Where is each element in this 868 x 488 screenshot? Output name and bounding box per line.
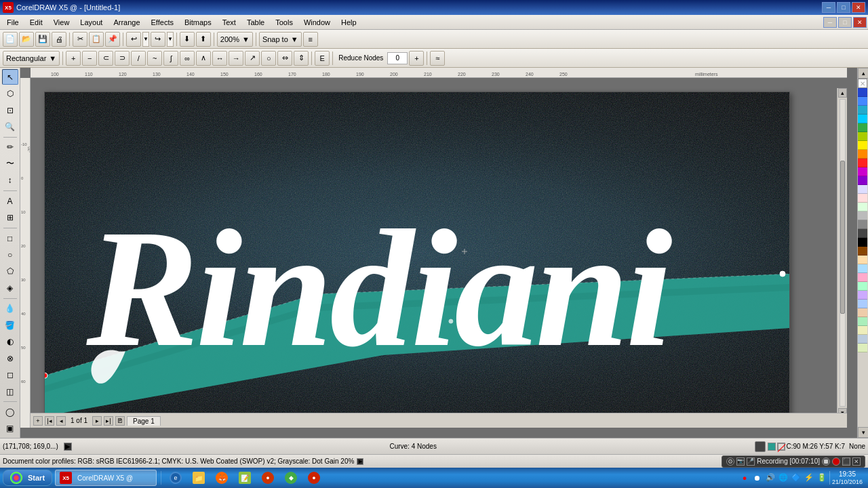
close-curve[interactable]: ○ (261, 51, 276, 66)
rec-mic-btn[interactable]: 🎤 (747, 458, 755, 466)
tray-icon-3[interactable]: 🌐 (778, 472, 789, 483)
explorer-btn[interactable]: 📁 (189, 470, 209, 486)
snap-options[interactable]: ≡ (303, 32, 318, 47)
eyedropper-tool[interactable]: 💧 (2, 301, 18, 317)
reduce-nodes-apply[interactable]: ≈ (430, 51, 445, 66)
swatch-yellow[interactable] (858, 141, 867, 150)
page-last-btn[interactable]: ▸| (104, 416, 113, 426)
design-area[interactable]: .script-text { font-family: Georgia, 'Ti… (44, 92, 790, 417)
coord-expand-btn[interactable]: ▶ (64, 443, 72, 451)
swatch-rose[interactable] (858, 273, 867, 282)
notepad-btn[interactable]: 📝 (235, 470, 255, 486)
rec-screen-btn[interactable]: ⬛ (842, 458, 850, 466)
smooth-node[interactable]: ∫ (163, 51, 178, 66)
import-button[interactable]: ⬇ (180, 32, 195, 47)
rec-camera-btn[interactable]: 📷 (736, 458, 745, 466)
reverse-dir[interactable]: ↔ (212, 51, 227, 66)
swatch-gray[interactable] (858, 220, 867, 229)
table-tool[interactable]: ⊞ (2, 209, 18, 225)
swatch-red[interactable] (858, 159, 867, 167)
select-tool[interactable]: ↖ (2, 69, 18, 85)
rec-pause-btn[interactable] (822, 458, 830, 466)
fill-tool[interactable]: 🪣 (2, 317, 18, 333)
canvas[interactable]: .script-text { font-family: Georgia, 'Ti… (31, 78, 847, 428)
export-button[interactable]: ⬆ (196, 32, 211, 47)
swatch-orange[interactable] (858, 150, 867, 159)
smart-draw-tool[interactable]: 〜 (2, 156, 18, 171)
swatch-dark-gray[interactable] (858, 229, 867, 238)
start-button[interactable]: Start (3, 470, 52, 486)
fill-swatch[interactable] (768, 443, 776, 451)
bluetooth-icon[interactable]: 🔷 (791, 472, 802, 483)
tray-icon-1[interactable]: ⏺ (752, 472, 763, 483)
swatch-mint[interactable] (858, 203, 867, 211)
del-node[interactable]: − (82, 51, 97, 66)
menu-edit[interactable]: Edit (24, 16, 48, 29)
ie-btn[interactable]: e (165, 470, 186, 486)
undo-dropdown[interactable]: ▼ (142, 32, 149, 47)
smart-fill-tool[interactable]: ◐ (2, 333, 18, 349)
print-button[interactable]: 🖨 (52, 32, 66, 47)
extend-curve[interactable]: → (229, 51, 243, 66)
swatch-cream[interactable] (858, 326, 867, 335)
cut-button[interactable]: ✂ (73, 32, 87, 47)
redo-button[interactable]: ↪ (151, 32, 165, 47)
vertical-scrollbar[interactable]: ▴ ▾ (837, 88, 847, 418)
crop-tool[interactable]: ⊡ (2, 102, 18, 118)
page-1-tab[interactable]: Page 1 (127, 416, 161, 426)
stretch-reflect-v[interactable]: ⇕ (294, 51, 309, 66)
page-prev-btn[interactable]: ◂ (56, 416, 66, 426)
dimension-tool[interactable]: ↕ (2, 173, 18, 188)
new-button[interactable]: 📄 (3, 32, 18, 47)
elastic-mode[interactable]: E (315, 51, 330, 66)
snap-dropdown[interactable]: Snap to ▼ (259, 32, 302, 47)
palette-scroll-up[interactable]: ▴ (858, 68, 868, 79)
ellipse-tool[interactable]: ○ (2, 247, 18, 262)
shadow-tool[interactable]: ◻ (2, 367, 18, 382)
save-button[interactable]: 💾 (35, 32, 50, 47)
zoom-tool[interactable]: 🔍 (2, 119, 18, 134)
swatch-cyan[interactable] (858, 115, 867, 123)
page-insert-btn[interactable]: + (33, 416, 43, 426)
undo-button[interactable]: ↩ (126, 32, 141, 47)
swatch-gray-light[interactable] (858, 211, 867, 220)
zoom-dropdown[interactable]: 200% ▼ (217, 32, 253, 47)
redo-dropdown[interactable]: ▼ (167, 32, 174, 47)
swatch-lime[interactable] (858, 132, 867, 141)
open-button[interactable]: 📂 (19, 32, 34, 47)
freehand-tool[interactable]: ✏ (2, 140, 18, 155)
minimize-button[interactable]: ─ (822, 2, 835, 13)
inner-minimize[interactable]: ─ (823, 17, 837, 28)
menu-file[interactable]: File (1, 16, 24, 29)
line-node[interactable]: / (131, 51, 146, 66)
polygon-tool[interactable]: ⬠ (2, 264, 18, 279)
menu-table[interactable]: Table (241, 16, 270, 29)
tray-icon-5[interactable]: 🔋 (816, 472, 827, 483)
swatch-peach[interactable] (858, 256, 867, 264)
page-next-btn[interactable]: ▸ (92, 416, 102, 426)
outline-tool[interactable]: ◯ (2, 404, 18, 420)
menu-window[interactable]: Window (298, 16, 336, 29)
extract-sub[interactable]: ↗ (245, 51, 260, 66)
tray-rec-icon[interactable]: ● (739, 472, 750, 483)
vscroll-thumb[interactable] (840, 161, 845, 314)
swatch-green[interactable] (858, 123, 867, 132)
vscroll-up[interactable]: ▴ (838, 88, 847, 98)
break-node[interactable]: ⊃ (115, 51, 130, 66)
maximize-button[interactable]: □ (837, 2, 850, 13)
blend-tool[interactable]: ⊗ (2, 350, 18, 366)
vscroll-track[interactable] (840, 99, 846, 407)
swatch-tan[interactable] (858, 308, 867, 317)
swatch-sky[interactable] (858, 300, 867, 308)
stretch-reflect-h[interactable]: ⇔ (277, 51, 292, 66)
other-btn[interactable]: ● (258, 470, 278, 486)
swatch-blue[interactable] (858, 97, 867, 106)
page-print-btn[interactable]: 🖹 (115, 416, 125, 426)
menu-effects[interactable]: Effects (146, 16, 179, 29)
red-app-btn[interactable]: ● (304, 470, 324, 486)
add-node[interactable]: + (66, 51, 81, 66)
tray-icon-2[interactable]: 🔊 (765, 472, 776, 483)
menu-tools[interactable]: Tools (270, 16, 298, 29)
cusp-node[interactable]: ∧ (196, 51, 211, 66)
swatch-seafoam[interactable] (858, 282, 867, 291)
